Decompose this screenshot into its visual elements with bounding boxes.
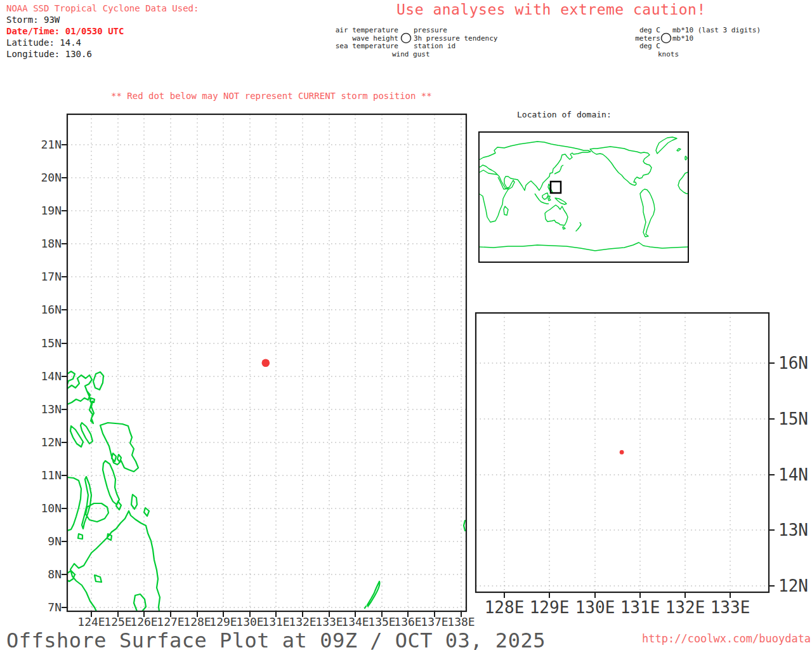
caution-headline: Use analyses with extreme caution! bbox=[396, 1, 706, 18]
x-tick-label: 126E bbox=[130, 616, 157, 628]
zoom-x-tick-label: 130E bbox=[575, 599, 615, 616]
y-tick-label: 21N bbox=[30, 138, 62, 151]
station-circle-icon bbox=[402, 34, 411, 43]
y-tick-label: 18N bbox=[30, 237, 62, 250]
zoom-y-tick-label: 13N bbox=[778, 521, 808, 539]
plot-title: Offshore Surface Plot at 09Z / OCT 03, 2… bbox=[6, 628, 546, 650]
storm-dot-zoom bbox=[620, 450, 624, 454]
x-tick-label: 125E bbox=[104, 616, 131, 628]
y-tick-label: 14N bbox=[30, 370, 62, 383]
legend-wind-gust: wind gust bbox=[392, 51, 430, 58]
y-tick-label: 7N bbox=[30, 601, 62, 614]
zoom-map-ticks bbox=[504, 363, 775, 598]
zoom-y-tick-label: 12N bbox=[778, 577, 808, 595]
legend-station-id: station id bbox=[414, 43, 455, 50]
units-sea-temp: deg C bbox=[565, 43, 660, 50]
x-tick-label: 134E bbox=[341, 616, 369, 628]
storm-id-line: Storm: 93W bbox=[6, 14, 60, 25]
world-inset-frame bbox=[479, 132, 688, 262]
x-tick-label: 137E bbox=[421, 616, 448, 628]
legend-sea-temperature: sea temperature bbox=[303, 43, 398, 50]
datetime-line: Date/Time: 01/0530 UTC bbox=[6, 25, 124, 37]
main-map bbox=[62, 114, 466, 617]
zoom-x-tick-label: 133E bbox=[710, 599, 750, 616]
zoom-x-tick-label: 128E bbox=[485, 599, 525, 616]
y-tick-label: 13N bbox=[30, 403, 62, 416]
y-tick-label: 12N bbox=[30, 436, 62, 449]
y-tick-label: 10N bbox=[30, 502, 62, 515]
zoom-x-tick-label: 132E bbox=[665, 599, 705, 616]
x-tick-label: 128E bbox=[183, 616, 211, 628]
x-tick-label: 127E bbox=[157, 616, 184, 628]
y-tick-label: 20N bbox=[30, 171, 62, 184]
source-url-link[interactable]: http://coolwx.com/buoydata bbox=[642, 632, 811, 645]
y-tick-label: 19N bbox=[30, 204, 62, 217]
units-air-temp: deg C bbox=[565, 27, 660, 34]
y-tick-label: 16N bbox=[30, 303, 62, 316]
y-tick-label: 8N bbox=[30, 568, 62, 581]
x-tick-label: 130E bbox=[236, 616, 263, 628]
units-wind-gust: knots bbox=[658, 51, 679, 58]
zoom-x-tick-label: 129E bbox=[530, 599, 570, 616]
x-tick-label: 133E bbox=[315, 616, 343, 628]
y-tick-label: 15N bbox=[30, 337, 62, 350]
latitude-line: Latitude: 14.4 bbox=[6, 37, 81, 48]
x-tick-label: 132E bbox=[289, 616, 316, 628]
main-map-ticks bbox=[62, 145, 461, 617]
x-tick-label: 136E bbox=[394, 616, 421, 628]
x-tick-label: 138E bbox=[447, 616, 475, 628]
units-tendency: mb*10 bbox=[672, 35, 693, 43]
zoom-y-tick-label: 16N bbox=[778, 354, 808, 372]
y-tick-label: 11N bbox=[30, 469, 62, 482]
legend-pressure-tendency: 3h pressure tendency bbox=[414, 35, 497, 43]
x-tick-label: 131E bbox=[262, 616, 289, 628]
zoom-map bbox=[476, 313, 775, 598]
world-coastlines bbox=[479, 137, 688, 251]
x-tick-label: 135E bbox=[368, 616, 395, 628]
x-tick-label: 124E bbox=[77, 616, 105, 628]
inset-title: Location of domain: bbox=[517, 110, 612, 119]
coastline-philippines bbox=[67, 371, 465, 611]
world-inset-map bbox=[479, 132, 688, 262]
y-tick-label: 17N bbox=[30, 270, 62, 283]
noaa-source-line: NOAA SSD Tropical Cyclone Data Used: bbox=[6, 3, 199, 14]
storm-dot-main bbox=[262, 359, 270, 367]
legend-wave-height: wave height bbox=[303, 35, 398, 43]
coastline-palau bbox=[365, 581, 379, 608]
legend-air-temperature: air temperature bbox=[303, 27, 398, 34]
zoom-x-tick-label: 131E bbox=[620, 599, 660, 616]
longitude-line: Longitude: 130.6 bbox=[6, 48, 92, 60]
units-pressure: mb*10 (last 3 digits) bbox=[672, 27, 761, 34]
y-tick-label: 9N bbox=[30, 535, 62, 548]
legend-pressure: pressure bbox=[414, 27, 447, 34]
units-circle-icon bbox=[662, 34, 671, 43]
zoom-y-tick-label: 15N bbox=[778, 410, 808, 428]
coastline-fragment-east bbox=[464, 521, 465, 531]
x-tick-label: 129E bbox=[209, 616, 237, 628]
storm-position-warning: ** Red dot below may NOT represent CURRE… bbox=[111, 91, 432, 101]
units-wave: meters bbox=[565, 35, 660, 43]
zoom-y-tick-label: 14N bbox=[778, 466, 808, 484]
